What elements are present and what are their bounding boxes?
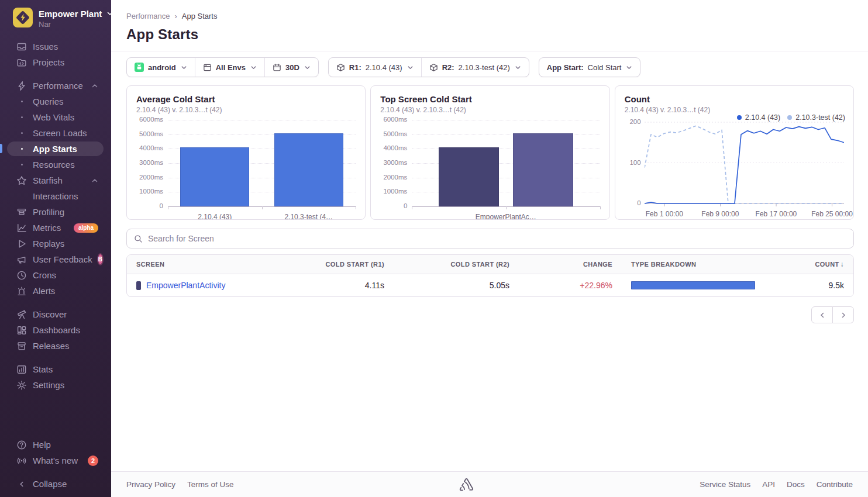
window-icon (203, 63, 212, 72)
sidebar-item-projects[interactable]: Projects (0, 54, 111, 70)
breadcrumb-performance[interactable]: Performance (126, 12, 170, 20)
release1-prefix: R1: (349, 63, 361, 72)
sidebar-item-stats[interactable]: Stats (0, 361, 111, 377)
page-filter-group: android All Envs 30D (126, 57, 319, 77)
chevron-down-icon (250, 64, 257, 71)
sidebar-item-interactions[interactable]: Interactions (0, 188, 111, 204)
sidebar-item-whats-new[interactable]: What's new 2 (0, 453, 111, 468)
calendar-icon (273, 63, 281, 72)
project-filter[interactable]: android (127, 58, 195, 77)
release2-filter[interactable]: R2: 2.10.3-test (42) (422, 58, 529, 77)
sidebar-item-resources[interactable]: Resources (0, 157, 111, 172)
service-status-link[interactable]: Service Status (700, 480, 750, 489)
gridline (412, 120, 600, 120)
sidebar-item-label: Stats (33, 364, 53, 374)
bullet-icon (16, 116, 27, 118)
api-link[interactable]: API (762, 480, 775, 489)
telescope-icon (16, 309, 27, 320)
breadcrumb-app-starts: App Starts (182, 12, 218, 20)
x-axis-label: Feb 9 00:00 (701, 210, 739, 218)
bar (513, 133, 573, 206)
screen-link[interactable]: EmpowerPlantActivity (146, 281, 225, 290)
clock-icon (16, 270, 27, 281)
release-icon (336, 63, 345, 72)
sidebar-item-user-feedback[interactable]: User Feedback B (0, 251, 111, 267)
sidebar-item-screen-loads[interactable]: Screen Loads (0, 125, 111, 141)
column-header-cold-start-r1[interactable]: COLD START (R1) (279, 261, 394, 268)
date-range-filter[interactable]: 30D (265, 58, 318, 77)
charts-row: Average Cold Start 2.10.4 (43) v. 2.10.3… (126, 85, 854, 220)
sidebar-item-alerts[interactable]: Alerts (0, 283, 111, 299)
sidebar-item-help[interactable]: Help (0, 437, 111, 453)
date-range-filter-label: 30D (285, 63, 299, 72)
gear-icon (16, 380, 27, 391)
sidebar-item-performance[interactable]: Performance (0, 78, 111, 94)
x-axis-label: 2.10.3-test (4… (284, 213, 333, 220)
org-logo (13, 8, 33, 30)
page-content: android All Envs 30D R1: (111, 51, 868, 471)
app-start-filter-group: App Start: Cold Start (539, 57, 641, 77)
contribute-link[interactable]: Contribute (817, 480, 853, 489)
org-switcher[interactable]: Empower Plant Nar (0, 0, 111, 34)
sidebar-item-settings[interactable]: Settings (0, 377, 111, 393)
bar (274, 133, 343, 206)
sidebar-item-label: Crons (33, 270, 56, 280)
release-filter-group: R1: 2.10.4 (43) R2: 2.10.3-test (42) (328, 57, 529, 77)
axis-tick (506, 206, 507, 209)
sort-descending-icon: ↓ (841, 260, 844, 268)
sidebar-collapse-button[interactable]: Collapse (0, 476, 111, 492)
chevron-up-icon (91, 177, 98, 184)
search-input[interactable] (148, 234, 846, 243)
sidebar-item-label: Web Vitals (33, 112, 74, 122)
x-axis-labels: 2.10.4 (43)2.10.3-test (4… (168, 211, 356, 220)
column-header-type-breakdown[interactable]: TYPE BREAKDOWN (622, 261, 764, 268)
previous-page-button[interactable] (811, 306, 833, 323)
sidebar-item-label: Settings (33, 380, 64, 390)
column-header-count[interactable]: COUNT↓ (764, 260, 853, 268)
chart-subtitle: 2.10.4 (43) v. 2.10.3…t (42) (380, 106, 600, 114)
sidebar-item-starfish[interactable]: Starfish (0, 172, 111, 188)
screens-table: SCREEN COLD START (R1) COLD START (R2) C… (126, 254, 854, 297)
footer-left-links: Privacy Policy Terms of Use (126, 480, 234, 489)
app-start-type-filter[interactable]: App Start: Cold Start (539, 58, 640, 77)
x-axis-label: 2.10.4 (43) (198, 213, 232, 220)
sidebar-item-replays[interactable]: Replays (0, 236, 111, 251)
app-start-prefix: App Start: (547, 63, 584, 72)
sidebar-item-label: What's new (33, 455, 78, 465)
sidebar-item-releases[interactable]: Releases (0, 338, 111, 354)
column-header-screen[interactable]: SCREEN (127, 261, 279, 268)
sidebar-item-label: Dashboards (33, 325, 80, 335)
environment-filter[interactable]: All Envs (195, 58, 265, 77)
sidebar-item-queries[interactable]: Queries (0, 94, 111, 109)
main-area: Performance › App Starts App Starts andr… (111, 0, 868, 497)
sidebar-item-discover[interactable]: Discover (0, 306, 111, 322)
sidebar-item-profiling[interactable]: Profiling (0, 204, 111, 220)
chevron-down-icon (515, 64, 521, 71)
release1-filter[interactable]: R1: 2.10.4 (43) (329, 58, 422, 77)
y-axis-label: 2000ms (134, 174, 163, 181)
column-header-change[interactable]: CHANGE (519, 261, 622, 268)
sidebar-item-crons[interactable]: Crons (0, 267, 111, 283)
column-header-cold-start-r2[interactable]: COLD START (R2) (394, 261, 519, 268)
docs-link[interactable]: Docs (787, 480, 805, 489)
legend-dot (737, 115, 742, 120)
chevron-left-icon (16, 479, 27, 489)
footer-right-links: Service Status API Docs Contribute (700, 480, 853, 489)
page-header: Performance › App Starts App Starts (111, 0, 868, 51)
archive-icon (16, 341, 27, 351)
y-axis-label: 6000ms (134, 116, 163, 123)
sidebar-item-web-vitals[interactable]: Web Vitals (0, 109, 111, 125)
screen-search-bar (126, 229, 854, 248)
search-icon (134, 234, 143, 243)
privacy-policy-link[interactable]: Privacy Policy (126, 480, 175, 489)
axis-tick (168, 206, 168, 209)
sidebar-item-metrics[interactable]: Metrics alpha (0, 220, 111, 236)
sidebar-item-app-starts[interactable]: App Starts (0, 141, 111, 157)
terms-of-use-link[interactable]: Terms of Use (187, 480, 234, 489)
next-page-button[interactable] (832, 306, 854, 323)
sidebar-bottom: Help What's new 2 Collapse (0, 437, 111, 497)
y-axis-label: 0 (134, 202, 163, 209)
sidebar-item-issues[interactable]: Issues (0, 39, 111, 54)
sidebar-item-dashboards[interactable]: Dashboards (0, 322, 111, 338)
page-title: App Starts (126, 26, 854, 43)
